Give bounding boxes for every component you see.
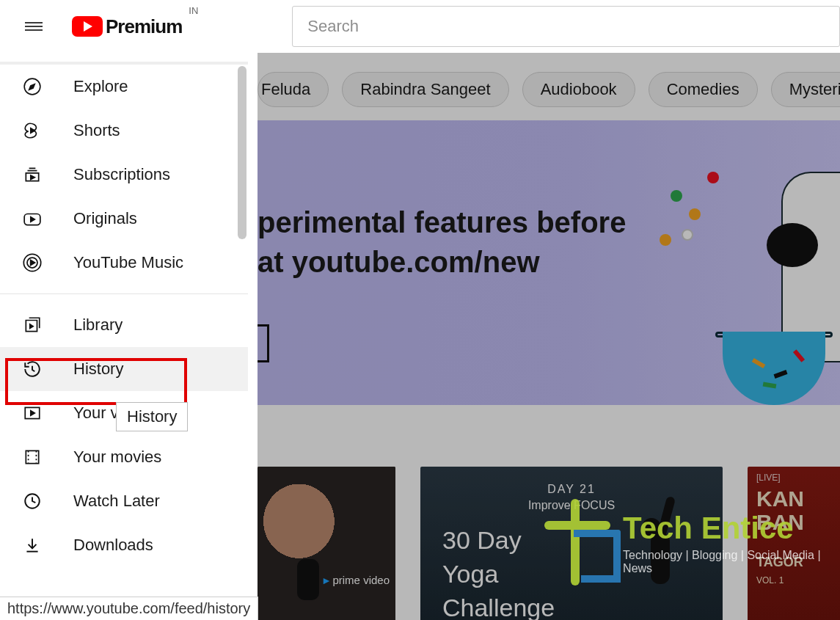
youtube-play-icon — [72, 16, 103, 37]
sidebar-item-label: Shorts — [73, 121, 120, 140]
prime-video-label: ▸ prime video — [324, 574, 390, 587]
sidebar-item-your-movies[interactable]: Your movies — [0, 435, 248, 479]
sidebar-item-subscriptions[interactable]: Subscriptions — [0, 153, 248, 197]
country-code: IN — [189, 5, 198, 16]
header: Premium IN — [0, 0, 840, 53]
search-input[interactable] — [292, 6, 840, 47]
sidebar-item-originals[interactable]: Originals — [0, 197, 248, 241]
sidebar-item-label: Your movies — [73, 448, 161, 467]
sidebar-item-label: History — [73, 360, 123, 379]
your-videos-icon — [22, 403, 43, 423]
sidebar-item-history[interactable]: History — [0, 347, 248, 391]
status-bar-url: https://www.youtube.com/feed/history — [0, 597, 258, 620]
sidebar-item-label: YouTube Music — [73, 253, 183, 272]
sidebar-item-watch-later[interactable]: Watch Later — [0, 479, 248, 523]
sidebar-item-label: Watch Later — [73, 492, 160, 511]
originals-icon — [22, 208, 43, 229]
clock-icon — [22, 491, 43, 511]
sidebar-item-downloads[interactable]: Downloads — [0, 523, 248, 567]
shorts-icon — [22, 120, 43, 141]
sidebar-item-label: Explore — [73, 77, 128, 96]
hero-cta-button[interactable] — [258, 324, 269, 362]
chip-comedies[interactable]: Comedies — [649, 72, 758, 107]
hero-title: perimental features before at youtube.co… — [258, 203, 626, 282]
tech-entice-watermark: Tech Entice Technology | Blogging | Soci… — [528, 499, 840, 587]
compass-icon — [22, 76, 43, 97]
sidebar-item-label: Downloads — [73, 536, 153, 555]
tooltip: History — [116, 402, 188, 431]
sidebar-item-label: Your v — [73, 404, 119, 423]
youtube-premium-logo[interactable]: Premium IN — [72, 15, 182, 38]
sidebar-item-shorts[interactable]: Shorts — [0, 109, 248, 153]
sidebar-item-label: Subscriptions — [73, 165, 170, 184]
logo-text: Premium — [106, 15, 182, 38]
hero-banner[interactable]: perimental features before at youtube.co… — [258, 120, 840, 405]
sidebar-item-label: Library — [73, 316, 123, 335]
sidebar-item-youtube-music[interactable]: YouTube Music — [0, 241, 248, 285]
movies-icon — [22, 447, 43, 467]
video-thumbnail-1[interactable]: ▸ prime video — [258, 467, 395, 620]
sidebar: Explore Shorts Subscriptions Originals Y… — [0, 0, 258, 620]
chip-feluda[interactable]: Feluda — [258, 72, 329, 107]
sidebar-item-explore[interactable]: Explore — [0, 65, 248, 109]
menu-button[interactable] — [16, 9, 51, 44]
chip-mysteries[interactable]: Mysteries — [771, 72, 840, 107]
tech-entice-logo-icon — [528, 499, 611, 587]
download-icon — [22, 535, 43, 555]
filter-chips-row: Feluda Rabindra Sangeet Audiobook Comedi… — [258, 72, 840, 107]
history-icon — [22, 359, 43, 379]
chip-rabindra-sangeet[interactable]: Rabindra Sangeet — [342, 72, 508, 107]
music-icon — [22, 252, 43, 273]
subscriptions-icon — [22, 164, 43, 185]
sidebar-item-library[interactable]: Library — [0, 303, 248, 347]
sidebar-item-label: Originals — [73, 209, 137, 228]
chip-audiobook[interactable]: Audiobook — [522, 72, 635, 107]
svg-rect-5 — [26, 451, 38, 463]
library-icon — [22, 315, 43, 335]
sidebar-scrollbar[interactable] — [238, 66, 246, 239]
hero-illustration — [605, 120, 840, 405]
